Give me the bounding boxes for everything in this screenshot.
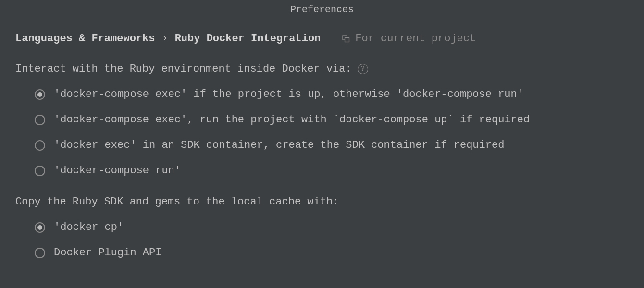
radio-label: 'docker-compose exec' if the project is …	[54, 88, 523, 100]
interact-radio-group: 'docker-compose exec' if the project is …	[35, 88, 629, 177]
radio-button[interactable]	[35, 166, 45, 176]
radio-docker-exec-sdk[interactable]: 'docker exec' in an SDK container, creat…	[35, 139, 629, 151]
breadcrumb-parent[interactable]: Languages & Frameworks	[15, 33, 155, 45]
radio-button[interactable]	[35, 248, 45, 258]
help-icon[interactable]: ?	[358, 64, 368, 74]
copy-label-text: Copy the Ruby SDK and gems to the local …	[15, 196, 339, 208]
scope-label: For current project	[355, 33, 476, 45]
scope-indicator: For current project	[342, 33, 476, 45]
interact-section-label: Interact with the Ruby environment insid…	[15, 63, 629, 75]
radio-label: 'docker cp'	[54, 221, 124, 233]
radio-docker-compose-run[interactable]: 'docker-compose run'	[35, 165, 629, 177]
radio-docker-cp[interactable]: 'docker cp'	[35, 221, 629, 233]
project-scope-icon	[342, 35, 350, 43]
window-title: Preferences	[290, 4, 354, 15]
radio-docker-compose-exec-or-run[interactable]: 'docker-compose exec' if the project is …	[35, 88, 629, 100]
radio-label: 'docker exec' in an SDK container, creat…	[54, 139, 504, 151]
window-titlebar: Preferences	[0, 0, 644, 19]
radio-docker-compose-exec-up[interactable]: 'docker-compose exec', run the project w…	[35, 114, 629, 126]
copy-section-label: Copy the Ruby SDK and gems to the local …	[15, 196, 629, 208]
header-row: Languages & Frameworks › Ruby Docker Int…	[15, 33, 629, 45]
radio-label: 'docker-compose run'	[54, 165, 181, 177]
radio-button[interactable]	[35, 89, 45, 100]
radio-button[interactable]	[35, 140, 45, 151]
radio-button[interactable]	[35, 115, 45, 125]
interact-label-text: Interact with the Ruby environment insid…	[15, 63, 352, 75]
preferences-content: Languages & Frameworks › Ruby Docker Int…	[0, 19, 644, 288]
svg-rect-1	[345, 37, 349, 42]
radio-label: Docker Plugin API	[54, 247, 161, 259]
radio-button[interactable]	[35, 222, 45, 233]
copy-radio-group: 'docker cp' Docker Plugin API	[35, 221, 629, 259]
radio-label: 'docker-compose exec', run the project w…	[54, 114, 530, 126]
chevron-right-icon: ›	[161, 33, 168, 45]
breadcrumb: Languages & Frameworks › Ruby Docker Int…	[15, 33, 321, 45]
breadcrumb-current: Ruby Docker Integration	[175, 33, 321, 45]
radio-docker-plugin-api[interactable]: Docker Plugin API	[35, 247, 629, 259]
